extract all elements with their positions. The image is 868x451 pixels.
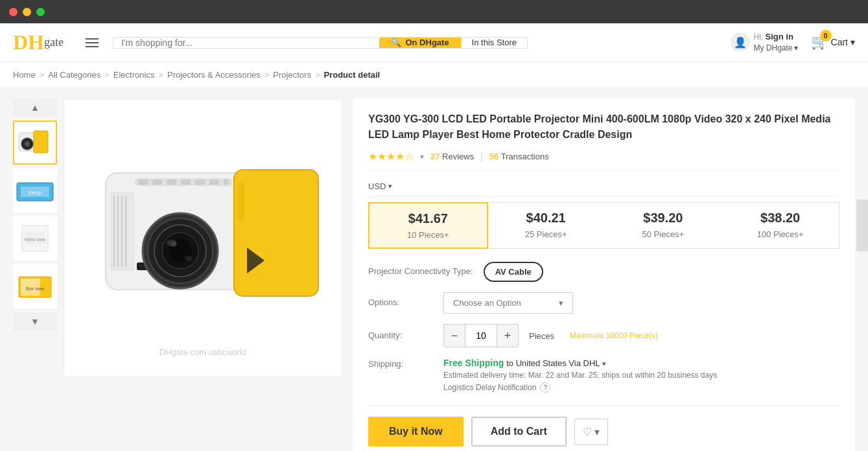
price-tier-1[interactable]: $41.67 10 Pieces+ [368,202,488,249]
max-value: 10000 [605,331,627,340]
currency-label: USD [368,181,386,191]
quantity-controls: − + [443,324,519,347]
options-select[interactable]: Choose an Option ▾ [443,292,573,314]
breadcrumb-sep: > [158,70,163,80]
search-input[interactable] [113,38,379,48]
delivery-time: Estimated delivery time: Mar. 22 and Mar… [443,371,839,380]
user-text: Hi, Sign in My DHgate ▾ [754,31,798,54]
cart-badge: 0 [820,30,832,41]
transactions-count: 56 [489,152,499,161]
svg-point-38 [185,256,193,261]
hamburger-line [86,46,99,47]
search-icon: 🔍 [391,38,401,47]
svg-point-39 [171,242,176,247]
price-tier-2[interactable]: $40.21 25 Pieces+ [487,203,605,248]
mydhgate-label: My DHgate [754,43,793,54]
transactions-label: Transactions [501,152,549,161]
search-bar: 🔍 On DHgate In this Store [113,37,528,49]
cta-section: Buy it Now Add to Cart ♡ ▾ [368,406,839,446]
signin-link[interactable]: Sign in [766,32,793,41]
price-qty-2: 25 Pieces+ [498,229,594,239]
av-cable-badge[interactable]: AV Cable [484,262,543,282]
cart-dropdown-icon: ▾ [850,37,855,47]
help-icon[interactable]: ? [540,382,550,393]
dropdown-chevron-icon: ▾ [794,43,798,54]
minimize-button[interactable] [23,8,31,16]
search-dhgate-button[interactable]: 🔍 On DHgate [379,38,460,48]
thumbnail-2-image: Setup [16,171,54,210]
quantity-input[interactable] [465,325,497,347]
quantity-decrease-button[interactable]: − [444,325,465,347]
max-label: Maximum 10000 Piece(s) [570,331,658,340]
maximize-button[interactable] [36,8,45,16]
options-dropdown-icon: ▾ [559,298,563,308]
svg-rect-26 [121,196,123,267]
transactions-link[interactable]: 56 Transactions [489,152,549,161]
breadcrumb-electronics[interactable]: Electronics [113,70,155,80]
reviews-link[interactable]: 27 Reviews [430,152,474,161]
svg-rect-24 [113,196,115,267]
product-title: YG300 YG-300 LCD LED Portable Projector … [368,111,839,143]
search-store-label: In this Store [472,38,517,47]
options-row: Options: Choose an Option ▾ [368,292,839,314]
close-button[interactable] [9,8,18,16]
user-icon: 👤 [731,32,750,52]
price-value-2: $40.21 [498,211,594,226]
logo[interactable]: DHgate [13,30,64,54]
breadcrumb-sep: > [264,70,270,80]
price-value-4: $38.20 [732,211,828,226]
svg-rect-27 [125,196,126,267]
thumbnail-4[interactable]: Box view [13,264,57,308]
buy-now-button[interactable]: Buy it Now [368,417,463,446]
thumbnail-prev-button[interactable]: ▲ [13,98,57,117]
options-placeholder: Choose an Option [453,298,521,308]
review-count: 27 [430,152,440,161]
cart-section[interactable]: 🛒 0 Cart ▾ [811,34,855,51]
scroll-indicator[interactable] [856,200,868,251]
search-dhgate-label: On DHgate [405,38,449,47]
menu-button[interactable] [82,34,102,51]
breadcrumb-projectors-accessories[interactable]: Projectors & Accessories [167,70,261,80]
user-section[interactable]: 👤 Hi, Sign in My DHgate ▾ [731,31,798,54]
price-tier-3[interactable]: $39.20 50 Pieces+ [605,203,722,248]
quantity-increase-button[interactable]: + [497,325,518,347]
header: DHgate 🔍 On DHgate In this Store 👤 Hi, S… [0,23,868,62]
reviews-label: Reviews [442,152,474,161]
max-unit: Piece(s) [629,331,658,340]
currency-dropdown-icon[interactable]: ▾ [388,182,392,191]
breadcrumb-home[interactable]: Home [13,70,36,80]
thumbnail-3[interactable]: Hand view [13,216,57,260]
add-to-cart-button[interactable]: Add to Cart [471,417,567,446]
divider: | [480,152,483,162]
wishlist-button[interactable]: ♡ ▾ [574,419,608,445]
heart-icon: ♡ [583,426,592,438]
thumbnail-1[interactable] [13,121,57,165]
svg-text:Box view: Box view [26,286,45,291]
wishlist-dropdown-icon: ▾ [594,426,600,438]
rating-chevron-icon[interactable]: ▾ [420,152,424,161]
breadcrumb-all-categories[interactable]: All Categories [48,70,100,80]
rating-row: ★★★★☆ ▾ 27 Reviews | 56 Transactions [368,150,839,171]
cart-label: Cart [831,37,848,47]
search-store-button[interactable]: In this Store [461,38,527,48]
logistics-delay-row: Logistics Delay Notification ? [443,382,839,393]
title-bar [0,0,868,23]
main-content: ▲ Setup [0,88,868,451]
star-rating: ★★★★☆ [368,150,414,163]
shipping-info: Free Shipping to United States Via DHL ▾… [443,358,839,393]
thumbnail-next-button[interactable]: ▼ [13,312,57,330]
svg-text:Setup: Setup [29,190,42,196]
price-tier-4[interactable]: $38.20 100 Pieces+ [721,203,839,248]
thumbnail-2[interactable]: Setup [13,168,57,213]
breadcrumb-sep: > [104,70,110,80]
breadcrumb-projectors[interactable]: Projectors [273,70,311,80]
breadcrumb: Home > All Categories > Electronics > Pr… [0,62,868,88]
shipping-free-row: Free Shipping to United States Via DHL ▾ [443,358,839,368]
pricing-table: $41.67 10 Pieces+ $40.21 25 Pieces+ $39.… [368,202,839,249]
svg-rect-22 [224,179,229,185]
quantity-row: Quantity: − + Pieces Maximum 10000 Piece… [368,324,839,347]
svg-point-4 [26,143,29,145]
logo-gate: gate [44,36,64,49]
connectivity-label: Projector Connectivity Type: [368,266,473,277]
shipping-chevron-icon[interactable]: ▾ [602,360,606,367]
